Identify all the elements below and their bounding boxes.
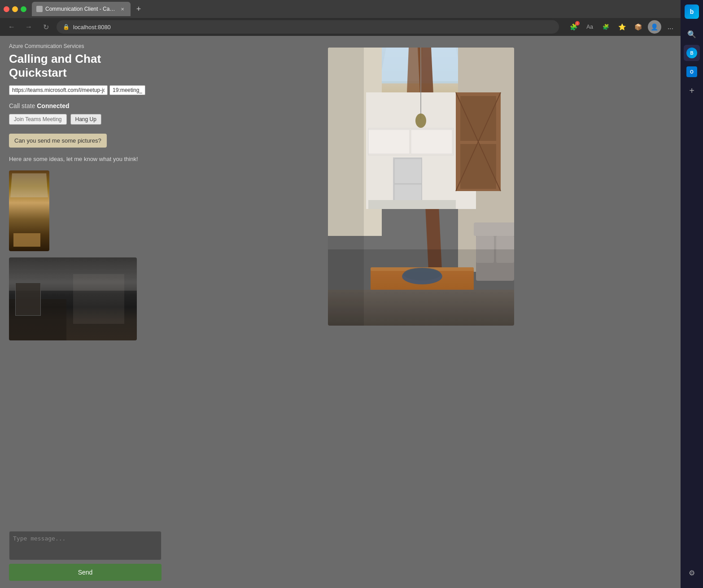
address-bar[interactable]: 🔒 localhost:8080 xyxy=(57,20,559,34)
sidebar-settings-button[interactable]: ⚙ xyxy=(684,565,700,581)
kitchen-image-thumb[interactable] xyxy=(9,257,137,340)
call-state: Call state Connected xyxy=(9,102,162,109)
collections-icon[interactable]: 📦 xyxy=(632,20,645,34)
tab-favicon-icon xyxy=(36,6,43,12)
back-button[interactable]: ← xyxy=(5,21,18,33)
traffic-lights xyxy=(4,6,26,12)
interior-svg xyxy=(328,48,514,326)
hang-up-button[interactable]: Hang Up xyxy=(70,114,101,125)
svg-rect-36 xyxy=(328,48,364,326)
teams-url-input[interactable] xyxy=(9,85,108,95)
minimize-button[interactable] xyxy=(12,6,18,12)
address-url: localhost:8080 xyxy=(73,24,111,30)
main-heading: Calling and Chat Quickstart xyxy=(9,52,162,80)
left-panel: Azure Communication Services Calling and… xyxy=(9,43,162,581)
profile-button[interactable]: 👤 xyxy=(648,20,661,34)
tab-title: Communication Client - Callin... xyxy=(45,6,116,12)
large-interior-image[interactable] xyxy=(328,48,514,326)
url-inputs xyxy=(9,85,162,95)
message-input-area: Send xyxy=(9,531,162,581)
browser-extensions-icon[interactable]: 🧩 xyxy=(599,20,613,34)
sidebar-outlook-button[interactable]: O xyxy=(684,64,700,80)
app-title: Azure Communication Services xyxy=(9,43,162,49)
send-button[interactable]: Send xyxy=(9,564,162,581)
sidebar-add-button[interactable]: + xyxy=(684,83,700,99)
bing-sidebar: b 🔍 B O + ⚙ xyxy=(681,0,703,588)
active-tab[interactable]: Communication Client - Callin... ✕ xyxy=(32,2,131,16)
refresh-button[interactable]: ↻ xyxy=(39,21,52,33)
browser-toolbar: 🧩 ! Aa 🧩 ⭐ 📦 👤 ... xyxy=(567,20,677,34)
chat-images xyxy=(9,170,162,340)
close-button[interactable] xyxy=(4,6,9,12)
lock-icon: 🔒 xyxy=(63,24,70,30)
join-teams-meeting-button[interactable]: Join Teams Meeting xyxy=(9,114,67,125)
more-options-button[interactable]: ... xyxy=(664,21,677,33)
new-tab-button[interactable]: + xyxy=(132,3,145,15)
right-panel xyxy=(170,43,672,581)
title-bar: Communication Client - Callin... ✕ + xyxy=(0,0,703,18)
browser-window: Communication Client - Callin... ✕ + ← →… xyxy=(0,0,703,588)
address-bar-row: ← → ↻ 🔒 localhost:8080 🧩 ! Aa 🧩 ⭐ 📦 xyxy=(0,18,703,36)
read-aloud-icon[interactable]: Aa xyxy=(583,20,597,34)
sidebar-search-button[interactable]: 🔍 xyxy=(684,26,700,42)
action-buttons: Join Teams Meeting Hang Up xyxy=(9,114,162,125)
extensions-badge: ! xyxy=(575,21,580,26)
forward-button[interactable]: → xyxy=(22,21,35,33)
received-message: Can you send me some pictures? xyxy=(9,134,107,148)
page-content: Azure Communication Services Calling and… xyxy=(0,36,681,588)
tab-close-button[interactable]: ✕ xyxy=(119,5,126,13)
chat-area: Can you send me some pictures? Here are … xyxy=(9,134,162,531)
sent-message: Here are some ideas, let me know what yo… xyxy=(9,154,162,164)
extensions-icon[interactable]: 🧩 ! xyxy=(567,20,581,34)
room-image-thumb[interactable] xyxy=(9,170,49,251)
meeting-id-input[interactable] xyxy=(109,85,145,95)
bing-logo[interactable]: b xyxy=(685,4,699,19)
maximize-button[interactable] xyxy=(21,6,26,12)
tab-bar: Communication Client - Callin... ✕ + xyxy=(32,2,692,16)
favorites-icon[interactable]: ⭐ xyxy=(616,20,629,34)
message-input[interactable] xyxy=(9,531,162,560)
sidebar-bing-chat-button[interactable]: B xyxy=(684,45,700,61)
